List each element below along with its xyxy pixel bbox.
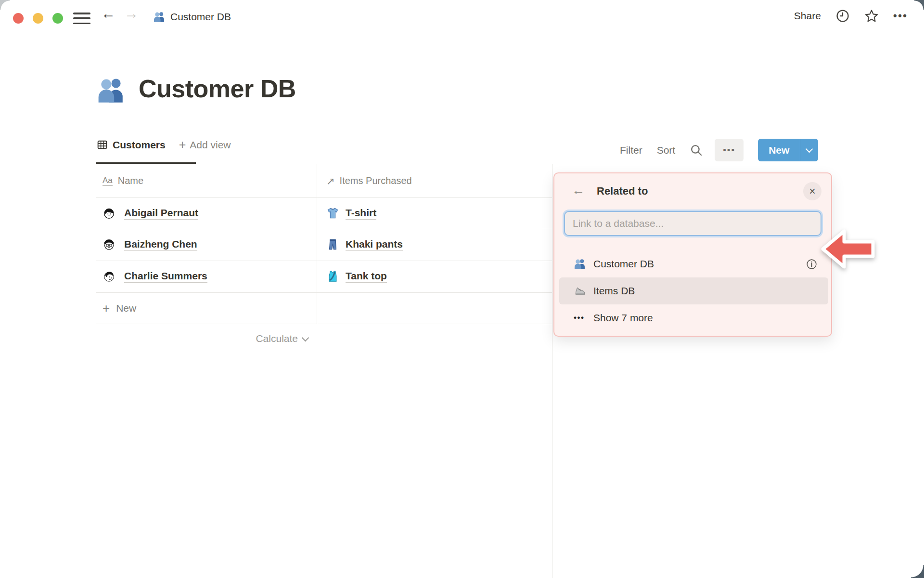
add-view-label: Add view — [190, 139, 231, 151]
column-items-label: Items Purchased — [340, 175, 412, 186]
share-button[interactable]: Share — [794, 10, 821, 22]
plus-icon: + — [103, 302, 110, 315]
avatar-icon — [103, 270, 116, 283]
more-options-icon[interactable]: ••• — [893, 10, 908, 23]
row-divider — [96, 261, 552, 261]
row-name-link[interactable]: Baizheng Chen — [103, 238, 197, 251]
row-item-label: Tank top — [346, 270, 387, 283]
relation-icon: ↗ — [326, 175, 335, 187]
new-row-button[interactable]: + New — [96, 292, 552, 324]
row-divider — [96, 197, 552, 198]
sort-button[interactable]: Sort — [657, 144, 676, 156]
avatar-icon — [103, 207, 116, 220]
new-dropdown-button[interactable] — [800, 139, 818, 161]
row-item-label: Khaki pants — [346, 238, 403, 251]
row-item-label: T-shirt — [346, 207, 376, 220]
row-name-label: Baizheng Chen — [124, 238, 197, 251]
table-view-icon — [96, 139, 108, 151]
page-icon-people[interactable] — [96, 75, 126, 105]
row-name-label: Charlie Summers — [124, 270, 207, 283]
row-name-link[interactable]: Charlie Summers — [103, 270, 207, 283]
new-button[interactable]: New — [758, 139, 800, 161]
new-row-label: New — [116, 302, 136, 314]
tab-customers-label: Customers — [113, 139, 166, 151]
collection-controls: Filter Sort ••• New — [620, 139, 818, 161]
link-database-input[interactable] — [564, 211, 821, 236]
window-corner — [0, 0, 10, 10]
close-window-button[interactable] — [13, 13, 24, 24]
calculate-button[interactable]: Calculate — [96, 324, 308, 354]
text-property-icon: Aa — [103, 176, 113, 186]
chevron-down-icon — [806, 145, 813, 153]
breadcrumb-label: Customer DB — [170, 11, 231, 23]
column-name-label: Name — [118, 175, 143, 186]
window-controls — [13, 13, 63, 24]
database-option-items-db[interactable]: Items DB — [559, 277, 828, 304]
show-more-label: Show 7 more — [593, 312, 653, 324]
database-option-customer-db[interactable]: Customer DB — [559, 250, 828, 277]
table-row: Abigail Pernaut T-shirt — [96, 197, 552, 229]
people-icon — [574, 258, 586, 270]
new-button-group: New — [758, 139, 818, 161]
calculate-label: Calculate — [256, 333, 298, 344]
tanktop-icon — [326, 270, 339, 283]
breadcrumb[interactable]: Customer DB — [153, 11, 231, 23]
row-item-link[interactable]: T-shirt — [326, 207, 376, 220]
info-icon[interactable] — [806, 258, 818, 270]
updates-clock-icon[interactable] — [835, 9, 850, 23]
avatar-icon — [103, 238, 116, 251]
minimize-window-button[interactable] — [33, 13, 43, 24]
plus-icon: + — [179, 139, 186, 151]
chevron-down-icon — [302, 334, 309, 342]
add-view-button[interactable]: + Add view — [179, 139, 231, 151]
jeans-icon — [326, 238, 339, 251]
ellipsis-icon: ••• — [574, 313, 586, 323]
popup-title: Related to — [597, 185, 648, 197]
row-name-label: Abigail Pernaut — [124, 207, 198, 220]
favorite-star-icon[interactable] — [864, 9, 879, 23]
row-divider — [96, 229, 552, 229]
people-icon — [153, 11, 166, 23]
column-header-items-purchased[interactable]: ↗ Items Purchased — [317, 164, 552, 197]
page-title[interactable]: Customer DB — [139, 74, 296, 103]
table-row: Baizheng Chen Khaki pants — [96, 229, 552, 260]
row-name-link[interactable]: Abigail Pernaut — [103, 207, 198, 220]
view-tabs: Customers + Add view — [96, 139, 231, 151]
window-corner — [911, 565, 924, 578]
view-options-button[interactable]: ••• — [715, 139, 744, 161]
search-icon[interactable] — [690, 144, 703, 157]
close-icon[interactable]: × — [803, 182, 821, 200]
shoe-icon — [574, 285, 586, 297]
tshirt-icon — [326, 207, 339, 220]
row-item-link[interactable]: Khaki pants — [326, 238, 403, 251]
zoom-window-button[interactable] — [52, 13, 63, 24]
topbar-actions: Share ••• — [794, 9, 908, 23]
back-icon[interactable]: ← — [572, 183, 585, 198]
column-header-name[interactable]: Aa Name — [96, 164, 317, 197]
related-to-popup: ← Related to × Customer DB Items DB ••• … — [553, 172, 832, 337]
ellipsis-icon: ••• — [723, 145, 735, 156]
filter-button[interactable]: Filter — [620, 144, 642, 156]
back-icon[interactable]: ← — [101, 6, 116, 21]
option-label: Items DB — [593, 285, 635, 297]
table-row: Charlie Summers Tank top — [96, 261, 552, 292]
notion-window: ← → Customer DB Share ••• Customer DB Cu… — [0, 0, 924, 578]
option-label: Customer DB — [593, 258, 654, 270]
tab-customers[interactable]: Customers — [96, 139, 166, 151]
show-more-button[interactable]: ••• Show 7 more — [559, 304, 828, 331]
table-header: Aa Name ↗ Items Purchased — [96, 164, 552, 197]
sidebar-toggle-icon[interactable] — [73, 13, 90, 24]
forward-icon[interactable]: → — [124, 6, 139, 21]
row-item-link[interactable]: Tank top — [326, 270, 387, 283]
window-corner — [914, 0, 924, 10]
panel-divider — [552, 164, 552, 578]
